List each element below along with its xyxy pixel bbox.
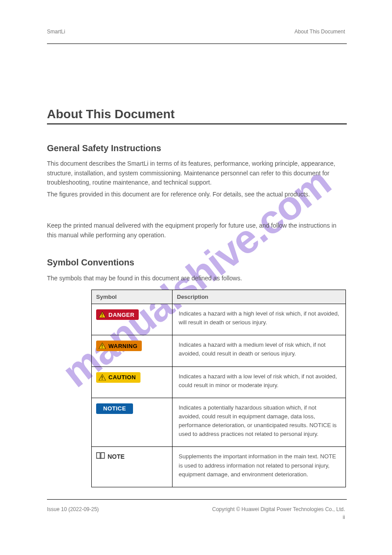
cell-symbol-danger: ! DANGER (92, 304, 173, 335)
warning-triangle-icon: ! (99, 374, 106, 381)
symbols-table: Symbol Description ! DANGER Indicates a … (91, 290, 346, 487)
cell-desc-caution: Indicates a hazard with a low level of r… (173, 366, 346, 398)
section-general-title: General Safety Instructions (47, 143, 161, 153)
table-row: ! DANGER Indicates a hazard with a high … (92, 304, 346, 335)
table-row: ! CAUTION Indicates a hazard with a low … (92, 366, 346, 398)
warning-triangle-icon: ! (99, 312, 106, 318)
badge-notice: NOTICE (96, 403, 133, 414)
cell-desc-notice: Indicates a potentially hazardous situat… (173, 398, 346, 447)
book-icon (96, 452, 105, 461)
header-rule (47, 44, 347, 44)
table-row: ! WARNING Indicates a hazard with a medi… (92, 335, 346, 366)
badge-danger: ! DANGER (96, 309, 139, 320)
section-symbols-title: Symbol Conventions (47, 258, 134, 268)
badge-note: NOTE (96, 452, 125, 461)
general-para-1: This document describes the SmartLi in t… (47, 159, 347, 188)
badge-caution-label: CAUTION (108, 374, 136, 381)
general-para-3: Keep the printed manual delivered with t… (47, 221, 347, 240)
badge-notice-label: NOTICE (103, 405, 126, 412)
badge-warning: ! WARNING (96, 341, 142, 351)
table-row: NOTICE Indicates a potentially hazardous… (92, 398, 346, 447)
chapter-rule (47, 123, 347, 124)
header-left-text: SmartLi (47, 29, 65, 35)
footer-issue: Issue 10 (2022-09-25) (47, 506, 99, 512)
header-right-text: About This Document (295, 29, 345, 35)
th-description: Description (173, 290, 346, 304)
cell-symbol-caution: ! CAUTION (92, 366, 173, 398)
svg-text:!: ! (101, 313, 103, 318)
warning-triangle-icon: ! (99, 343, 106, 349)
svg-text:!: ! (101, 344, 103, 349)
footer-page: ii (343, 514, 345, 520)
badge-caution: ! CAUTION (96, 372, 140, 383)
cell-desc-warning: Indicates a hazard with a medium level o… (173, 335, 346, 366)
footer-rule (47, 499, 347, 500)
chapter-title: About This Document (47, 107, 175, 121)
th-symbol: Symbol (92, 290, 173, 304)
table-header-row: Symbol Description (92, 290, 346, 304)
cell-symbol-notice: NOTICE (92, 398, 173, 447)
cell-symbol-note: NOTE (92, 447, 173, 487)
symbols-intro: The symbols that may be found in this do… (47, 274, 347, 283)
general-para-2: The figures provided in this document ar… (47, 190, 347, 200)
cell-desc-danger: Indicates a hazard with a high level of … (173, 304, 346, 335)
badge-note-label: NOTE (108, 453, 125, 460)
badge-warning-label: WARNING (108, 343, 137, 349)
table-row: NOTE Supplements the important informati… (92, 447, 346, 487)
cell-symbol-warning: ! WARNING (92, 335, 173, 366)
footer-copyright: Copyright © Huawei Digital Power Technol… (212, 506, 345, 512)
svg-text:!: ! (101, 376, 103, 381)
badge-danger-label: DANGER (108, 312, 134, 318)
cell-desc-note: Supplements the important information in… (173, 447, 346, 487)
page: SmartLi About This Document manualshive.… (0, 0, 392, 555)
